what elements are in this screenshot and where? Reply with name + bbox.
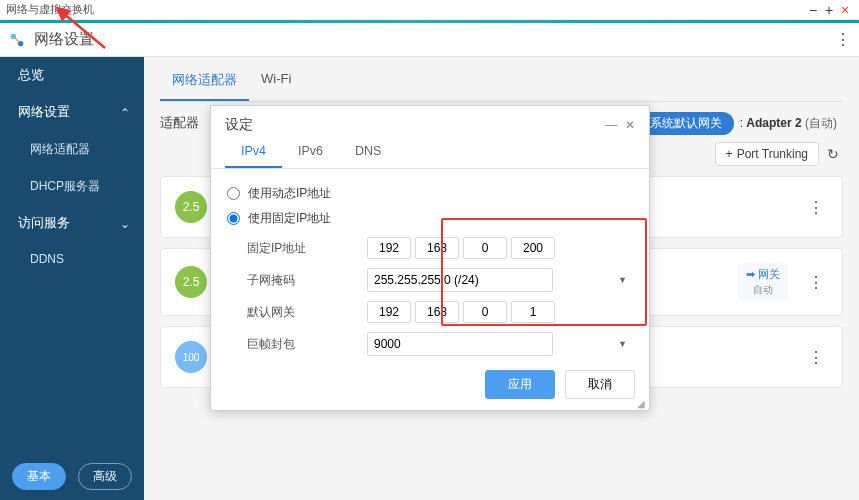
ip-octet-2[interactable] [415,237,459,259]
modal-tab-ipv6[interactable]: IPv6 [282,138,339,168]
card-menu-button[interactable]: ⋮ [804,198,828,217]
button-label: Port Trunking [737,147,808,161]
radio-dynamic-ip[interactable]: 使用动态IP地址 [227,181,633,206]
app-title: 网络设置 [34,30,94,49]
content-tabs: 网络适配器 Wi-Fi [160,61,843,102]
window-title: 网络与虚拟交换机 [6,2,94,17]
speed-badge-icon: 100 [175,341,207,373]
window-minimize-button[interactable]: − [805,3,821,17]
chip-label: 系统默认网关 [650,116,722,131]
network-app-icon [8,31,26,49]
chevron-up-icon: ⌃ [120,106,130,120]
cancel-button[interactable]: 取消 [565,370,635,399]
speed-badge-icon: 2.5 [175,191,207,223]
window-close-button[interactable]: × [837,3,853,17]
radio-label: 使用动态IP地址 [248,185,331,202]
radio-static-ip[interactable]: 使用固定IP地址 [227,206,633,231]
radio-dynamic-ip-input[interactable] [227,187,240,200]
card-menu-button[interactable]: ⋮ [804,348,828,367]
sidebar-item-network-settings[interactable]: 网络设置 ⌃ [0,94,144,131]
label-subnet: 子网掩码 [247,272,367,289]
sidebar-item-overview[interactable]: 总览 [0,57,144,94]
refresh-button[interactable]: ↻ [823,143,843,165]
label-fixed-ip: 固定IP地址 [247,240,367,257]
chevron-down-icon: ⌄ [120,217,130,231]
sidebar-item-label: 网络设置 [18,104,70,121]
plus-icon: + [726,147,733,161]
modal-tab-ipv4[interactable]: IPv4 [225,138,282,168]
modal-tab-dns[interactable]: DNS [339,138,397,168]
gateway-tag: ➡ 网关 自动 [738,263,788,301]
settings-modal: 设定 — ✕ IPv4 IPv6 DNS 使用动态IP地址 使用固定IP地址 固… [210,105,650,411]
sidebar-item-label: 访问服务 [18,215,70,232]
gw-octet-2[interactable] [415,301,459,323]
tab-wifi[interactable]: Wi-Fi [249,61,303,101]
svg-line-2 [15,37,20,42]
gateway-tag-sub: 自动 [753,283,773,297]
app-menu-button[interactable]: ⋮ [835,30,851,49]
apply-button[interactable]: 应用 [485,370,555,399]
sidebar-item-dhcp[interactable]: DHCP服务器 [0,168,144,205]
sidebar-item-ddns[interactable]: DDNS [0,242,144,276]
fixed-ip-input-group [367,237,633,259]
ip-octet-4[interactable] [511,237,555,259]
jumbo-frame-select[interactable] [367,332,553,356]
modal-close-button[interactable]: ✕ [621,118,639,132]
sidebar-item-label: DHCP服务器 [30,178,100,195]
window-titlebar: 网络与虚拟交换机 − + × [0,0,859,20]
modal-minimize-button[interactable]: — [601,118,621,132]
current-adapter-label: : Adapter 2 (自动) [740,115,837,132]
gw-octet-4[interactable] [511,301,555,323]
card-menu-button[interactable]: ⋮ [804,273,828,292]
app-header: 网络设置 ⋮ [0,23,859,57]
ip-octet-3[interactable] [463,237,507,259]
label-default-gateway: 默认网关 [247,304,367,321]
gateway-arrow-icon: ➡ [746,268,755,281]
ip-octet-1[interactable] [367,237,411,259]
sidebar-item-label: 总览 [18,67,44,84]
modal-title: 设定 [225,116,253,134]
gateway-tag-label: 网关 [758,267,780,282]
label-jumbo-frame: 巨帧封包 [247,336,367,353]
mode-advanced-button[interactable]: 高级 [78,463,132,490]
gateway-input-group [367,301,633,323]
sidebar-item-label: 网络适配器 [30,141,90,158]
radio-label: 使用固定IP地址 [248,210,331,227]
gw-octet-3[interactable] [463,301,507,323]
tab-adapter[interactable]: 网络适配器 [160,61,249,101]
gw-octet-1[interactable] [367,301,411,323]
section-title-adapter: 适配器 [160,108,199,138]
window-maximize-button[interactable]: + [821,3,837,17]
sidebar-item-adapter[interactable]: 网络适配器 [0,131,144,168]
sidebar-item-label: DDNS [30,252,64,266]
subnet-select[interactable] [367,268,553,292]
sidebar-item-access-services[interactable]: 访问服务 ⌄ [0,205,144,242]
mode-basic-button[interactable]: 基本 [12,463,66,490]
sidebar: 总览 网络设置 ⌃ 网络适配器 DHCP服务器 访问服务 ⌄ DDNS 基本 高… [0,57,144,500]
speed-badge-icon: 2.5 [175,266,207,298]
port-trunking-button[interactable]: + Port Trunking [715,142,819,166]
radio-static-ip-input[interactable] [227,212,240,225]
